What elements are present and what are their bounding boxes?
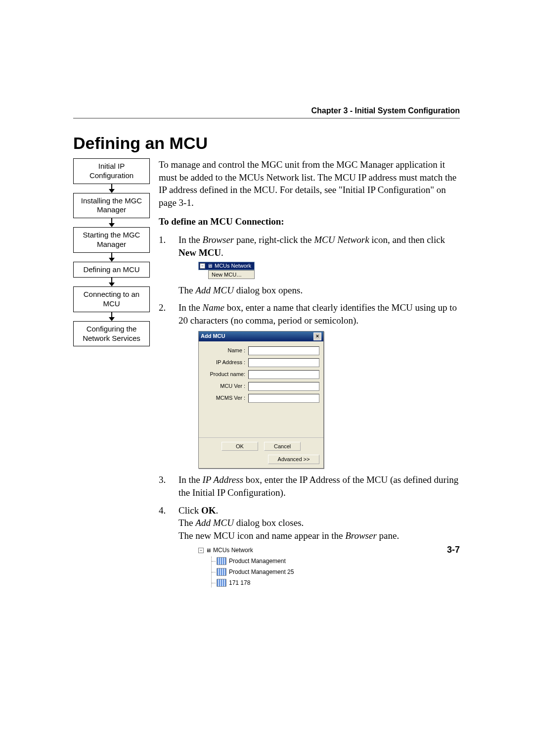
text: dialog box closes. bbox=[234, 518, 304, 528]
text: icon, and then click bbox=[369, 235, 445, 245]
mcu-ver-field[interactable] bbox=[248, 382, 319, 391]
browser-tree-screenshot: − 🖥 MCUs Network Product Management bbox=[198, 546, 312, 587]
label-name: Name : bbox=[203, 347, 248, 354]
flow-box-starting: Starting the MGC Manager bbox=[73, 227, 150, 253]
instruction-heading: To define an MCU Connection: bbox=[159, 215, 460, 228]
row-product: Product name: bbox=[203, 370, 319, 379]
step-3: In the IP Address box, enter the IP Addr… bbox=[159, 473, 460, 499]
advanced-button[interactable]: Advanced >> bbox=[268, 455, 319, 464]
spacer bbox=[203, 406, 319, 435]
dialog-title: Add MCU bbox=[201, 332, 225, 340]
dialog-body: Name : IP Address : Product name: bbox=[199, 341, 323, 437]
dialog-buttons: OK Cancel bbox=[199, 437, 323, 455]
tree-children: Product Management Product Management 25… bbox=[211, 557, 312, 587]
content: To manage and control the MGC unit from … bbox=[159, 158, 460, 592]
intro-paragraph: To manage and control the MGC unit from … bbox=[159, 158, 460, 209]
mcu-icon bbox=[217, 568, 226, 576]
context-menu-screenshot: − 🖥 MCUs Network New MCU… bbox=[198, 262, 255, 279]
tree-root-label: MCUs Network bbox=[215, 263, 251, 269]
text: In the bbox=[178, 302, 203, 313]
step-4: Click OK. The Add MCU dialog box closes.… bbox=[159, 504, 460, 588]
context-menu-item-new-mcu[interactable]: New MCU… bbox=[208, 270, 255, 279]
label-product: Product name: bbox=[203, 371, 248, 378]
flow-box-configuring: Configuring the Network Services bbox=[73, 321, 150, 347]
text: Add MCU bbox=[195, 518, 234, 528]
row-mcms-ver: MCMS Ver : bbox=[203, 394, 319, 403]
text: The bbox=[178, 518, 195, 528]
text: New MCU bbox=[178, 247, 221, 258]
text: Add MCU bbox=[195, 285, 234, 295]
text: OK bbox=[201, 505, 216, 516]
page-title: Defining an MCU bbox=[73, 134, 208, 153]
row-mcu-ver: MCU Ver : bbox=[203, 382, 319, 391]
tree-item[interactable]: 171 178 bbox=[217, 578, 312, 587]
step-4-result-1: The Add MCU dialog box closes. bbox=[178, 517, 460, 529]
body: Initial IP Configuration Installing the … bbox=[73, 158, 460, 592]
label-ip: IP Address : bbox=[203, 359, 248, 366]
network-icon: 🖥 bbox=[207, 263, 213, 269]
tree-item[interactable]: Product Management bbox=[217, 557, 312, 566]
step-list: In the Browser pane, right-click the MCU… bbox=[159, 234, 460, 587]
text: Click bbox=[178, 505, 201, 516]
text: . bbox=[221, 247, 223, 258]
ok-button[interactable]: OK bbox=[222, 442, 258, 451]
tree-item-label: Product Management 25 bbox=[229, 567, 294, 576]
text: pane, right-click the bbox=[234, 235, 314, 245]
text: IP Address bbox=[203, 474, 244, 485]
name-field[interactable] bbox=[248, 346, 319, 355]
tree-expander-icon[interactable]: − bbox=[198, 548, 204, 553]
text: dialog box opens. bbox=[234, 285, 303, 295]
text: The bbox=[178, 285, 195, 295]
text: . bbox=[216, 505, 218, 516]
flow-box-connecting: Connecting to an MCU bbox=[73, 286, 150, 312]
text: MCU Network bbox=[314, 235, 369, 245]
dialog-advanced-row: Advanced >> bbox=[199, 455, 323, 468]
text: Browser bbox=[345, 530, 377, 541]
label-mcu-ver: MCU Ver : bbox=[203, 382, 248, 390]
add-mcu-dialog: Add MCU × Name : IP Address : bbox=[198, 331, 324, 469]
step-1-result: The Add MCU dialog box opens. bbox=[178, 284, 460, 297]
tree-root[interactable]: − 🖥 MCUs Network bbox=[198, 546, 312, 555]
header-rule bbox=[73, 118, 460, 119]
step-1: In the Browser pane, right-click the MCU… bbox=[159, 234, 460, 296]
row-name: Name : bbox=[203, 346, 319, 355]
cancel-button[interactable]: Cancel bbox=[264, 442, 301, 451]
text: In the bbox=[178, 474, 203, 485]
page-number: 3-7 bbox=[447, 545, 460, 555]
mcms-ver-field[interactable] bbox=[248, 394, 319, 403]
tree-expander-icon[interactable]: − bbox=[200, 263, 205, 269]
page: Chapter 3 - Initial System Configuration… bbox=[0, 0, 534, 756]
text: Name bbox=[203, 302, 224, 313]
tree-root-label: MCUs Network bbox=[213, 546, 253, 555]
product-name-field[interactable] bbox=[248, 370, 319, 379]
step-2: In the Name box, enter a name that clear… bbox=[159, 301, 460, 469]
tree-item-label: 171 178 bbox=[229, 578, 250, 587]
text: In the bbox=[178, 235, 203, 245]
mcu-icon bbox=[217, 579, 226, 587]
network-icon: 🖥 bbox=[206, 546, 211, 555]
mcu-icon bbox=[217, 557, 226, 565]
flow-box-installing: Installing the MGC Manager bbox=[73, 193, 150, 219]
text: The new MCU icon and name appear in the bbox=[178, 530, 345, 541]
text: pane. bbox=[377, 530, 399, 541]
close-icon[interactable]: × bbox=[313, 332, 321, 340]
step-4-result-2: The new MCU icon and name appear in the … bbox=[178, 529, 460, 542]
tree-root-selected[interactable]: − 🖥 MCUs Network bbox=[198, 262, 255, 270]
text: Browser bbox=[203, 235, 234, 245]
dialog-titlebar[interactable]: Add MCU × bbox=[199, 331, 323, 341]
row-ip: IP Address : bbox=[203, 358, 319, 367]
ip-address-field[interactable] bbox=[248, 358, 319, 367]
tree-item[interactable]: Product Management 25 bbox=[217, 567, 312, 576]
flow-box-defining: Defining an MCU bbox=[73, 262, 150, 278]
label-mcms-ver: MCMS Ver : bbox=[203, 394, 248, 402]
chapter-header: Chapter 3 - Initial System Configuration bbox=[312, 106, 460, 115]
tree-item-label: Product Management bbox=[229, 557, 286, 566]
flow-box-initial-ip: Initial IP Configuration bbox=[73, 158, 150, 184]
flowchart: Initial IP Configuration Installing the … bbox=[73, 158, 150, 346]
